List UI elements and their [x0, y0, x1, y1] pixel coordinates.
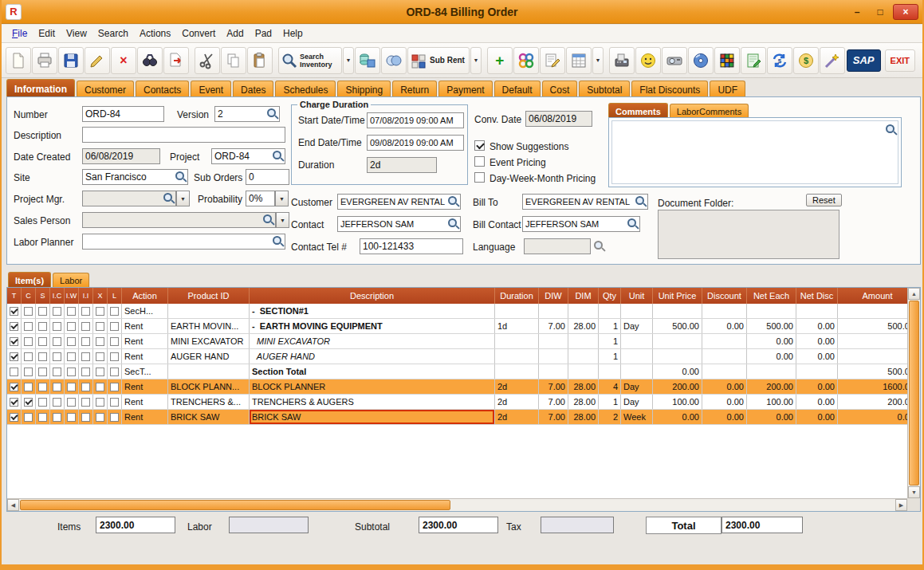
cell-action[interactable]: Rent	[122, 395, 168, 409]
row-checkbox-i-i[interactable]	[79, 364, 93, 379]
row-checkbox-t[interactable]	[7, 379, 22, 394]
projector-button[interactable]	[662, 47, 687, 74]
cell-net-each[interactable]	[747, 364, 796, 379]
tab-cost[interactable]: Cost	[542, 81, 578, 96]
project-search-icon[interactable]	[273, 151, 281, 159]
labor-total-input[interactable]	[229, 517, 309, 533]
bill-to-input[interactable]	[522, 194, 648, 210]
horizontal-scroll-thumb[interactable]	[20, 500, 450, 510]
cell-unit-price[interactable]	[653, 304, 702, 318]
row-checkbox-l[interactable]	[108, 379, 122, 394]
row-checkbox-x[interactable]	[93, 304, 108, 318]
cell-qty[interactable]: 4	[599, 379, 621, 394]
table-row[interactable]: RentBRICK SAWBRICK SAW2d7.0028.002Week0.…	[7, 410, 907, 425]
column-header-net-disc[interactable]: Net Disc	[796, 288, 838, 304]
row-checkbox-x[interactable]	[93, 395, 108, 409]
currency-exchange-button[interactable]: $	[767, 47, 792, 74]
row-checkbox-i-c[interactable]	[50, 364, 65, 379]
tab-customer[interactable]: Customer	[77, 81, 134, 96]
smiley-button[interactable]	[635, 47, 661, 74]
cell-dim[interactable]: 28.00	[568, 395, 599, 409]
cell-duration[interactable]: 2d	[495, 395, 539, 409]
row-checkbox-i-w[interactable]	[65, 410, 79, 424]
tab-flat-discounts[interactable]: Flat Discounts	[631, 81, 708, 96]
cut-button[interactable]	[195, 47, 220, 74]
date-created-input[interactable]	[82, 148, 160, 164]
tab-information[interactable]: Information	[6, 79, 75, 96]
row-checkbox-c[interactable]	[22, 364, 36, 379]
cell-dim[interactable]: 28.00	[568, 410, 599, 424]
cell-diw[interactable]: 7.00	[539, 410, 568, 424]
column-header-x[interactable]: X	[93, 288, 108, 304]
cell-discount[interactable]	[702, 304, 747, 318]
table-row[interactable]: RentBLOCK PLANN...BLOCK PLANNER2d7.0028.…	[7, 379, 907, 395]
show-suggestions-checkbox[interactable]	[474, 140, 485, 151]
row-checkbox-i-c[interactable]	[50, 319, 65, 333]
faces-button[interactable]	[381, 47, 407, 74]
cell-duration[interactable]	[495, 334, 539, 348]
cell-product[interactable]	[168, 304, 250, 318]
row-checkbox-x[interactable]	[93, 319, 108, 333]
cell-unit-price[interactable]: 500.00	[653, 319, 702, 333]
magic-wand-button[interactable]	[820, 47, 845, 74]
tab-return[interactable]: Return	[392, 81, 437, 96]
menu-edit[interactable]: Edit	[33, 26, 61, 41]
cell-net-each[interactable]: 0.00	[747, 334, 796, 348]
duration-input[interactable]	[367, 157, 437, 173]
row-checkbox-i-w[interactable]	[65, 395, 79, 409]
print-button[interactable]	[32, 47, 57, 74]
cell-unit-price[interactable]: 0.00	[653, 364, 702, 379]
row-checkbox-i-c[interactable]	[50, 379, 65, 394]
cell-action[interactable]: SecT...	[122, 364, 168, 379]
cell-net-disc[interactable]: 0.00	[796, 379, 838, 394]
site-input[interactable]	[82, 169, 188, 185]
cell-qty[interactable]	[599, 364, 621, 379]
cell-desc[interactable]: - SECTION#1	[250, 304, 495, 318]
cell-amount[interactable]: 500.00	[838, 319, 907, 333]
tab-labor[interactable]: Labor	[53, 273, 89, 287]
probability-dropdown[interactable]: ▼	[275, 191, 289, 206]
cell-diw[interactable]: 7.00	[539, 395, 568, 409]
sales-person-input[interactable]	[82, 212, 276, 228]
cell-amount[interactable]: 1600.00	[838, 379, 907, 394]
cell-unit-price[interactable]: 200.00	[653, 379, 702, 394]
row-checkbox-x[interactable]	[93, 379, 108, 394]
row-checkbox-l[interactable]	[108, 319, 122, 333]
cell-desc[interactable]: Section Total	[250, 364, 495, 379]
row-checkbox-i-c[interactable]	[50, 349, 65, 364]
cell-desc[interactable]: MINI EXCAVATOR	[250, 334, 495, 348]
delete-button[interactable]: ×	[111, 47, 136, 74]
close-button[interactable]: ×	[893, 4, 918, 20]
table-row[interactable]: RentTRENCHERS &...TRENCHERS & AUGERS2d7.…	[7, 395, 907, 410]
cell-unit[interactable]	[621, 364, 653, 379]
project-mgr-search-icon[interactable]	[163, 193, 172, 202]
version-search-icon[interactable]	[267, 108, 276, 117]
cell-net-disc[interactable]: 0.00	[796, 349, 838, 364]
column-header-s[interactable]: S	[36, 288, 50, 304]
row-checkbox-x[interactable]	[93, 364, 108, 379]
cell-unit[interactable]	[621, 349, 653, 364]
sales-person-search-icon[interactable]	[263, 214, 272, 223]
schedule-button[interactable]	[566, 47, 592, 74]
cell-dim[interactable]	[568, 349, 599, 364]
tab-labor-comments[interactable]: LaborComments	[670, 104, 749, 118]
cell-unit-price[interactable]: 100.00	[653, 395, 702, 409]
row-checkbox-i-w[interactable]	[65, 319, 79, 333]
sub-rent-button[interactable]: Sub Rent	[407, 47, 470, 74]
cell-duration[interactable]	[495, 364, 539, 379]
cell-net-disc[interactable]: 0.00	[796, 319, 838, 333]
cell-duration[interactable]: 2d	[495, 379, 539, 394]
table-row[interactable]: SecT...Section Total0.00500.00	[7, 364, 907, 379]
row-checkbox-i-w[interactable]	[65, 334, 79, 348]
cell-dim[interactable]	[568, 334, 599, 348]
cell-action[interactable]: Rent	[122, 379, 168, 394]
cell-action[interactable]: Rent	[122, 319, 168, 333]
description-input[interactable]	[82, 127, 285, 143]
contact-tel-input[interactable]	[360, 238, 463, 254]
bill-to-search-icon[interactable]	[635, 196, 644, 205]
column-header-qty[interactable]: Qty	[599, 288, 621, 304]
column-header-l[interactable]: L	[108, 288, 122, 304]
menu-view[interactable]: View	[61, 26, 92, 41]
cell-unit[interactable]: Week	[621, 410, 653, 424]
cell-net-each[interactable]: 0.00	[747, 410, 796, 424]
